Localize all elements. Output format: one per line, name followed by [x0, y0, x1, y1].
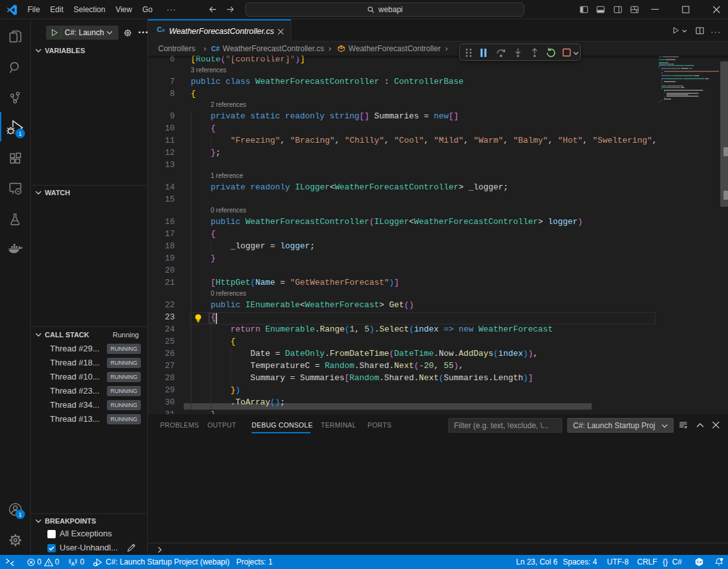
svg-text:C#: C#: [697, 559, 702, 564]
